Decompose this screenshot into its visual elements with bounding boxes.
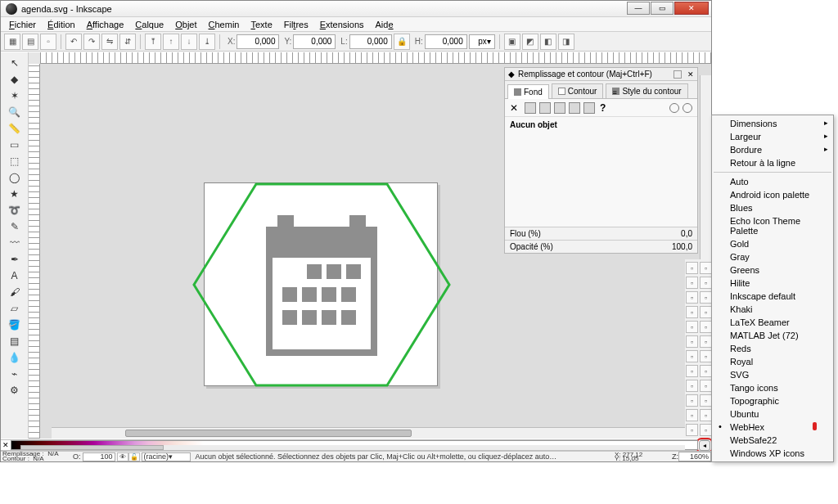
layer-lock-button[interactable]: 🔓 — [128, 452, 140, 461]
spiral-tool[interactable]: ➰ — [2, 202, 27, 218]
palette-menu-button[interactable]: ◂ — [699, 440, 710, 451]
gradient-tool[interactable]: ▤ — [2, 333, 27, 349]
palette-option-svg[interactable]: SVG — [712, 368, 833, 381]
palette-none-swatch[interactable]: ✕ — [1, 441, 11, 449]
affect-gradient-button[interactable]: ◧ — [540, 34, 556, 50]
clone-button[interactable]: ▫ — [700, 350, 712, 362]
tab-stroke-style[interactable]: Style du contour — [606, 83, 687, 98]
bezier-tool[interactable]: 〰 — [2, 235, 27, 251]
palette-option-echo-icon-theme-palette[interactable]: Echo Icon Theme Palette — [712, 214, 833, 237]
palette-option-tango-icons[interactable]: Tango icons — [712, 381, 833, 394]
zoom-spinbox[interactable]: 160% — [678, 452, 711, 461]
palette-option-ubuntu[interactable]: Ubuntu — [712, 407, 833, 421]
canvas[interactable]: ◆ Remplissage et contour (Maj+Ctrl+F) ✕ … — [40, 64, 711, 439]
lower-button[interactable]: ↓ — [181, 34, 197, 50]
no-paint-button[interactable]: ✕ — [510, 102, 518, 114]
layer-visibility-button[interactable]: 👁 — [117, 452, 128, 461]
zoom-draw-button[interactable]: ▫ — [700, 335, 712, 348]
menu-texte[interactable]: Texte — [246, 19, 277, 30]
rotate-ccw-button[interactable]: ↶ — [65, 34, 82, 50]
blur-row[interactable]: Flou (%) 0,0 — [505, 227, 697, 240]
pattern-button[interactable] — [569, 102, 580, 114]
xml-button[interactable]: ▫ — [686, 394, 698, 407]
save-button[interactable]: ▫ — [686, 277, 698, 289]
menu-édition[interactable]: Édition — [43, 19, 80, 30]
redo-button[interactable]: ▫ — [700, 291, 712, 304]
palette-option-latex-beamer[interactable]: LaTeX Beamer — [712, 316, 833, 329]
group-button[interactable]: ▫ — [686, 365, 698, 377]
flip-h-button[interactable]: ⇋ — [101, 34, 118, 50]
palette-option-auto[interactable]: Auto — [712, 175, 833, 188]
text-tool[interactable]: A — [2, 268, 27, 284]
palette-option-inkscape-default[interactable]: Inkscape default — [712, 290, 833, 303]
flat-paint-button[interactable] — [525, 102, 536, 114]
flip-v-button[interactable]: ⇵ — [119, 34, 136, 50]
zoom-page-button[interactable]: ▫ — [686, 335, 698, 348]
open-button[interactable]: ▫ — [700, 262, 712, 274]
zoom-fit-button[interactable]: ▫ — [700, 321, 712, 333]
palette-option-khaki[interactable]: Khaki — [712, 303, 833, 316]
tweak-tool[interactable]: ✶ — [2, 88, 27, 104]
palette-option-blues[interactable]: Blues — [712, 201, 833, 214]
palette-option-royal[interactable]: Royal — [712, 355, 833, 368]
doc-props-button[interactable]: ▫ — [700, 424, 712, 436]
dropper-tool[interactable]: 💧 — [2, 349, 27, 366]
palette-option-gray[interactable]: Gray — [712, 250, 833, 263]
unknown-paint-button[interactable]: ? — [600, 102, 606, 114]
spray-tool[interactable]: 🖌 — [2, 284, 27, 300]
palette-option-webhex[interactable]: WebHex — [712, 421, 833, 434]
cube-tool[interactable]: ⬚ — [2, 153, 27, 169]
palette-option-websafe22[interactable]: WebSafe22 — [712, 434, 833, 447]
opacity-row[interactable]: Opacité (%) 100,0 — [505, 240, 697, 253]
ctx-bordure[interactable]: Bordure — [712, 143, 833, 156]
cut-button[interactable]: ▫ — [686, 321, 698, 333]
undo-button[interactable]: ▫ — [686, 291, 698, 304]
ctx-retour-à-la-ligne[interactable]: Retour à la ligne — [712, 156, 833, 169]
menu-affichage[interactable]: Affichage — [82, 19, 129, 30]
menu-aide[interactable]: Aide — [371, 19, 399, 30]
duplicate-button[interactable]: ▫ — [686, 350, 698, 362]
connector-tool[interactable]: ⌁ — [2, 366, 27, 382]
menu-fichier[interactable]: Fichier — [4, 19, 41, 30]
paste-button[interactable]: ▫ — [700, 306, 712, 318]
pencil-tool[interactable]: ✎ — [2, 218, 27, 235]
palette-option-matlab-jet-(72)[interactable]: MATLAB Jet (72) — [712, 329, 833, 342]
cursor-tool[interactable]: ↖ — [2, 55, 27, 71]
lpe-tool[interactable]: ⚙ — [2, 382, 27, 398]
palette-option-topographic[interactable]: Topographic — [712, 394, 833, 407]
menu-chemin[interactable]: Chemin — [204, 19, 245, 30]
y-spinbox[interactable]: 0,000 — [293, 34, 336, 49]
h-spinbox[interactable]: 0,000 — [425, 34, 467, 49]
text-dialog-button[interactable]: ▫ — [700, 380, 712, 392]
tab-fill[interactable]: Fond — [507, 84, 549, 99]
menu-filtres[interactable]: Filtres — [279, 19, 313, 30]
affect-corners-button[interactable]: ◩ — [522, 34, 538, 50]
linear-grad-button[interactable] — [539, 102, 551, 114]
eraser-tool[interactable]: ▱ — [2, 300, 27, 317]
palette-option-reds[interactable]: Reds — [712, 342, 833, 355]
select-all-button[interactable]: ▤ — [22, 34, 38, 50]
raise-top-button[interactable]: ⤒ — [145, 34, 161, 50]
new-button[interactable]: ▫ — [686, 262, 698, 274]
tab-stroke-paint[interactable]: Contour — [552, 83, 604, 98]
transform-button[interactable]: ▫ — [686, 409, 698, 421]
fill-rule-nonzero-button[interactable] — [683, 103, 692, 113]
menu-objet[interactable]: Objet — [170, 19, 201, 30]
layers-button[interactable]: ▫ — [700, 409, 712, 421]
affect-stroke-button[interactable]: ▣ — [504, 34, 520, 50]
select-all-layers-button[interactable]: ▦ — [4, 34, 20, 50]
layer-select[interactable]: (racine) ▾ — [142, 452, 191, 461]
fill-dialog-button[interactable]: ▫ — [686, 380, 698, 392]
node-tool[interactable]: ◆ — [2, 71, 27, 88]
print-button[interactable]: ▫ — [700, 277, 712, 289]
deselect-button[interactable]: ▫ — [40, 34, 56, 50]
panel-minimize-button[interactable] — [674, 70, 682, 79]
zoom-tool[interactable]: 🔍 — [2, 104, 27, 120]
maximize-button[interactable]: ▭ — [651, 2, 674, 15]
fill-rule-evenodd-button[interactable] — [669, 103, 679, 113]
rect-tool[interactable]: ▭ — [2, 137, 27, 153]
opacity-spinbox[interactable]: 100 — [83, 452, 115, 461]
prefs-button[interactable]: ▫ — [686, 424, 698, 436]
palette-option-android-icon-palette[interactable]: Android icon palette — [712, 188, 833, 201]
radial-grad-button[interactable] — [554, 102, 565, 114]
